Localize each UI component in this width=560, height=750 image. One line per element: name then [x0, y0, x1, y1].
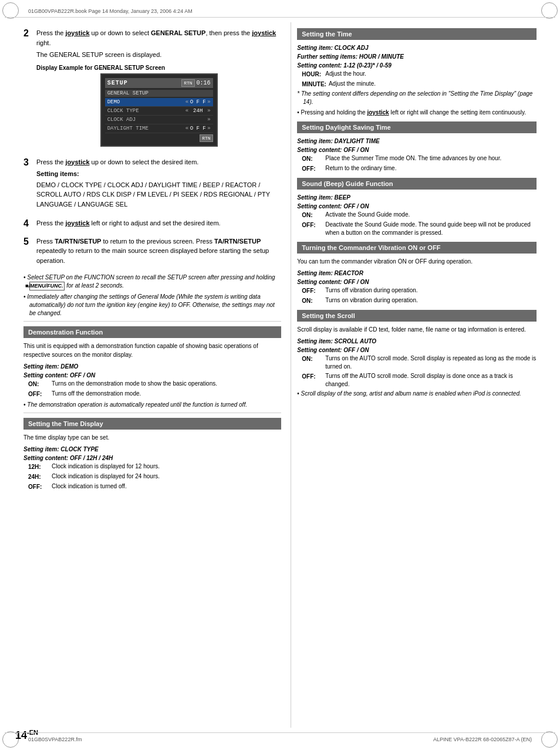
setting-time-note1: The setting content differs depending on… [297, 90, 537, 106]
step-5: 5 Press TA/RTN/SETUP to return to the pr… [23, 237, 281, 268]
step-3-setting-items: Setting items: DEMO / CLOCK TYPE / CLOCK… [36, 169, 281, 209]
setup-clock-type-value: 24H [190, 108, 206, 114]
setup-time-value: 0:16 [197, 80, 211, 86]
demo-intro: This unit is equipped with a demonstrati… [23, 342, 281, 359]
setup-daylight-value: O F F [190, 126, 206, 131]
demo-setting-content: Setting content: OFF / ON [23, 371, 281, 380]
setting-time-content-label: Setting content: 1-12 (0-23)* / 0-59 [297, 62, 392, 69]
beep-setting-content: Setting content: OFF / ON [297, 202, 537, 211]
time-off-item: OFF: Clock indication is turned off. [23, 482, 281, 491]
setup-row-clock-type-label: CLOCK TYPE [107, 108, 185, 114]
header-bar: 01GB00VPAB222R.book Page 14 Monday, Janu… [5, 5, 555, 18]
step-2: 2 Press the joystick up or down to selec… [23, 28, 281, 151]
setting-time-item-label: Setting item: CLOCK ADJ [297, 45, 368, 51]
setting-time-body: Setting item: CLOCK ADJ Further setting … [297, 43, 537, 117]
daylight-on-item: ON: Place the Summer Time mode ON. The t… [297, 154, 537, 163]
demo-note: The demonstration operation is automatic… [23, 401, 281, 409]
footer-right: ALPINE VPA-B222R 68-02065Z87-A (EN) [433, 737, 532, 742]
setup-row-clock-type: CLOCK TYPE « 24H » [105, 107, 213, 116]
minute-term: MINUTE: [302, 80, 326, 89]
scroll-off-desc: Turns off the AUTO scroll mode. Scroll d… [325, 372, 537, 388]
reactor-title: Turning the Commander Vibration ON or OF… [302, 244, 440, 251]
demo-on-item: ON: Turns on the demonstration mode to s… [23, 380, 281, 388]
arrow-right-icon-3: » [207, 117, 210, 123]
time-24h-term: 24H: [28, 472, 49, 481]
scroll-on-item: ON: Turns on the AUTO scroll mode. Scrol… [297, 354, 537, 371]
step-4: 4 Press the joystick left or right to ad… [23, 218, 281, 231]
reactor-on-item: ON: Turns on vibration during operation. [297, 296, 537, 305]
setup-demo-value: O F F [190, 99, 206, 105]
daylight-setting-content-label: Setting content: OFF / ON [297, 147, 369, 153]
demo-section-header: Demonstration Function [23, 326, 281, 338]
footer-file: 01GB0SVPAB222R.fm [28, 737, 82, 742]
reactor-header: Turning the Commander Vibration ON or OF… [297, 242, 537, 254]
arrow-left-icon-2: « [185, 108, 188, 114]
setup-screen-container: Display Example for GENERAL SETUP Screen… [36, 65, 281, 147]
setup-time-row: RTN 0:16 [181, 79, 210, 87]
scroll-on-term: ON: [302, 354, 323, 371]
step-4-text: Press the joystick left or right to adju… [36, 218, 281, 228]
demo-setting-item: Setting item: DEMO [23, 362, 281, 371]
daylight-setting-item-label: Setting item: DAYLIGHT TIME [297, 138, 379, 144]
reactor-on-desc: Turns on vibration during operation. [325, 296, 537, 305]
reactor-setting-content: Setting content: OFF / ON [297, 278, 537, 286]
demo-note-text: The demonstration operation is automatic… [27, 401, 247, 408]
scroll-note: Scroll display of the song, artist and a… [297, 390, 537, 398]
demo-setting-content-label: Setting content: OFF / ON [23, 372, 95, 379]
daylight-setting-item: Setting item: DAYLIGHT TIME [297, 137, 537, 146]
time-24h-desc: Clock indication is displayed for 24 hou… [52, 472, 281, 481]
demo-off-desc: Turns off the demonstration mode. [52, 390, 281, 398]
hour-desc: Adjust the hour. [325, 70, 537, 79]
left-column: 2 Press the joystick up or down to selec… [12, 22, 291, 728]
minute-item: MINUTE: Adjust the minute. [297, 80, 537, 89]
reactor-off-desc: Turns off vibration during operation. [325, 286, 537, 295]
setup-row-clock-type-controls: « 24H » [185, 108, 211, 114]
setup-title-row: SETUP RTN 0:16 [105, 78, 213, 88]
time-display-section-body: The time display type can be set. Settin… [23, 433, 281, 491]
daylight-header: Setting Daylight Saving Time [297, 121, 537, 133]
beep-body: Setting item: BEEP Setting content: OFF … [297, 193, 537, 237]
daylight-off-term: OFF: [302, 164, 323, 173]
hour-item: HOUR: Adjust the hour. [297, 70, 537, 79]
scroll-header: Setting the Scroll [297, 310, 537, 322]
time-12h-item: 12H: Clock indication is displayed for 1… [23, 462, 281, 471]
beep-header: Sound (Beep) Guide Function [297, 178, 537, 190]
arrow-right-icon: » [207, 99, 210, 105]
setup-row-clock-adj-controls: » [207, 117, 210, 123]
step-2-joystick2: joystick [252, 29, 276, 36]
setup-row-demo-label: DEMO [107, 99, 185, 105]
scroll-setting-item: Setting item: SCROLL AUTO [297, 337, 537, 346]
reactor-body: You can turn the commander vibration ON … [297, 257, 537, 305]
time-12h-term: 12H: [28, 462, 49, 471]
setup-screen: SETUP RTN 0:16 GENERAL SETUP DEMO « O [100, 73, 218, 147]
bullet-note-2: Immediately after changing the settings … [23, 293, 281, 317]
scroll-title: Setting the Scroll [302, 312, 355, 319]
step-2-subtext: The GENERAL SETUP screen is displayed. [36, 50, 281, 60]
step-3-items-list: DEMO / CLOCK TYPE / CLOCK ADJ / DAYLIGHT… [36, 180, 281, 210]
setting-time-title: Setting the Time [302, 31, 352, 38]
setup-row-daylight-label: DAYLIGHT TIME [107, 126, 185, 131]
time-display-title: Setting the Time Display [28, 420, 103, 427]
setup-row-daylight: DAYLIGHT TIME « O F F » [105, 124, 213, 133]
time-off-term: OFF: [28, 482, 49, 491]
demo-on-desc: Turns on the demonstration mode to show … [52, 380, 281, 388]
scroll-setting-content: Setting content: OFF / ON [297, 346, 537, 354]
footer-bar: 01GB0SVPAB222R.fm ALPINE VPA-B222R 68-02… [5, 732, 555, 745]
setup-row-demo: DEMO « O F F » [105, 98, 213, 107]
right-column: Setting the Time Setting item: CLOCK ADJ… [291, 22, 548, 728]
setting-time-note2: Pressing and holding the joystick left o… [297, 109, 537, 117]
reactor-setting-item-label: Setting item: REACTOR [297, 270, 363, 276]
time-display-intro: The time display type can be set. [23, 433, 281, 442]
rtn-badge: RTN [181, 79, 194, 87]
setup-row-clock-adj-label: CLOCK ADJ [107, 117, 208, 123]
bullet-note-1: Select SETUP on the FUNCTION screen to r… [23, 273, 281, 290]
reactor-off-item: OFF: Turns off vibration during operatio… [297, 286, 537, 295]
step-4-number: 4 [23, 219, 33, 231]
time-off-desc: Clock indication is turned off. [52, 482, 281, 491]
scroll-setting-content-label: Setting content: OFF / ON [297, 347, 369, 353]
setting-time-item: Setting item: CLOCK ADJ [297, 43, 537, 52]
demo-section-title: Demonstration Function [28, 329, 103, 336]
daylight-body: Setting item: DAYLIGHT TIME Setting cont… [297, 137, 537, 173]
setting-time-further: Further setting items: HOUR / MINUTE [297, 52, 537, 61]
reactor-setting-item: Setting item: REACTOR [297, 269, 537, 278]
